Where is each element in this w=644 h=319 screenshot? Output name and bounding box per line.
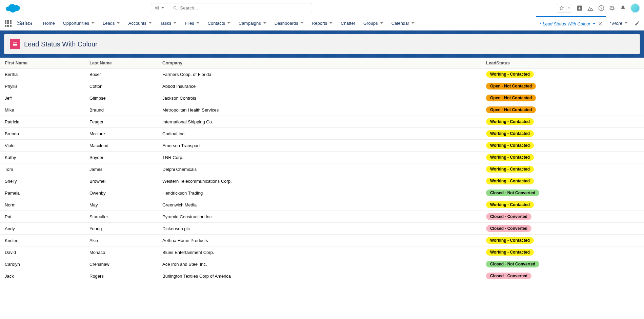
cell-first: Phyllis bbox=[0, 80, 85, 92]
chevron-down-icon[interactable] bbox=[300, 21, 304, 26]
svg-point-3 bbox=[10, 8, 16, 13]
table-row[interactable]: JeffGlimpseJackson ControlsOpen - Not Co… bbox=[0, 92, 644, 104]
nav-item-groups[interactable]: Groups bbox=[359, 16, 387, 30]
nav-item-tasks[interactable]: Tasks bbox=[156, 16, 181, 30]
chevron-down-icon[interactable] bbox=[380, 21, 383, 26]
nav-item-label: Campaigns bbox=[239, 21, 261, 26]
table-row[interactable]: PatStumullerPyramid Construction Inc.Clo… bbox=[0, 211, 644, 223]
nav-item-label: Groups bbox=[363, 21, 378, 26]
table-row[interactable]: PhyllisCottonAbbott InsuranceOpen - Not … bbox=[0, 80, 644, 92]
search-input[interactable] bbox=[180, 5, 309, 11]
status-badge: Working - Contacted bbox=[486, 166, 534, 173]
salesforce-logo[interactable] bbox=[4, 2, 22, 14]
table-row[interactable]: KristenAkinAethna Home ProductsWorking -… bbox=[0, 235, 644, 246]
cell-first: Mike bbox=[0, 104, 85, 116]
cell-status: Open - Not Contacted bbox=[481, 92, 644, 104]
cell-company: Farmers Coop. of Florida bbox=[158, 68, 481, 80]
cell-last: Feager bbox=[85, 116, 158, 128]
cell-first: Tom bbox=[0, 163, 85, 175]
cell-status: Working - Contacted bbox=[481, 152, 644, 163]
add-icon[interactable] bbox=[576, 5, 583, 12]
chevron-down-icon[interactable] bbox=[196, 21, 200, 26]
nav-item-campaigns[interactable]: Campaigns bbox=[235, 16, 270, 30]
table-row[interactable]: ShellyBrownellWestern Telecommunications… bbox=[0, 175, 644, 187]
chevron-down-icon[interactable] bbox=[592, 21, 596, 26]
nav-item-leads[interactable]: Leads bbox=[99, 16, 124, 30]
nav-item-label: Opportunities bbox=[63, 21, 89, 26]
nav-item-calendar[interactable]: Calendar bbox=[387, 16, 419, 30]
table-row[interactable]: BerthaBoxerFarmers Coop. of FloridaWorki… bbox=[0, 68, 644, 80]
cell-last: Brownell bbox=[85, 175, 158, 187]
cell-status: Working - Contacted bbox=[481, 140, 644, 152]
search-icon bbox=[173, 6, 177, 11]
cell-first: Shelly bbox=[0, 175, 85, 187]
search-scope-dropdown[interactable]: All bbox=[151, 3, 170, 13]
table-row[interactable]: JackRogersBurlington Textiles Corp of Am… bbox=[0, 270, 644, 282]
table-row[interactable]: CarolynCrenshawAce Iron and Steel Inc.Cl… bbox=[0, 258, 644, 270]
tab-label: * Lead Status With Colour bbox=[540, 21, 590, 26]
cell-company: Blues Entertainment Corp. bbox=[158, 246, 481, 258]
tab-more[interactable]: * More bbox=[606, 21, 631, 26]
cell-first: Andy bbox=[0, 223, 85, 235]
col-first-name[interactable]: First Name bbox=[0, 58, 85, 68]
chevron-down-icon[interactable] bbox=[329, 21, 333, 26]
table-row[interactable]: PamelaOwenbyHendrickson TradingClosed - … bbox=[0, 187, 644, 199]
cell-status: Open - Not Contacted bbox=[481, 104, 644, 116]
notifications-bell-icon[interactable] bbox=[620, 5, 626, 12]
cell-company: Dickenson plc bbox=[158, 223, 481, 235]
chevron-down-icon[interactable] bbox=[411, 21, 415, 26]
chevron-down-icon[interactable] bbox=[263, 21, 266, 26]
nav-item-files[interactable]: Files bbox=[181, 16, 203, 30]
nav-item-label: Accounts bbox=[128, 21, 146, 26]
chevron-down-icon bbox=[624, 21, 628, 26]
nav-item-contacts[interactable]: Contacts bbox=[204, 16, 235, 30]
cell-first: Pamela bbox=[0, 187, 85, 199]
cell-status: Working - Contacted bbox=[481, 128, 644, 140]
cell-status: Closed - Converted bbox=[481, 270, 644, 282]
status-badge: Closed - Converted bbox=[486, 273, 531, 279]
chevron-down-icon[interactable] bbox=[173, 21, 177, 26]
col-company[interactable]: Company bbox=[158, 58, 481, 68]
chevron-down-icon[interactable] bbox=[117, 21, 120, 26]
help-icon[interactable]: ? bbox=[598, 5, 605, 12]
nav-item-chatter[interactable]: Chatter bbox=[337, 16, 359, 30]
table-row[interactable]: BrendaMcclureCadinal Inc.Working - Conta… bbox=[0, 128, 644, 140]
chevron-down-icon[interactable] bbox=[227, 21, 230, 26]
nav-item-dashboards[interactable]: Dashboards bbox=[270, 16, 308, 30]
table-row[interactable]: VioletMaccleodEmerson TransportWorking -… bbox=[0, 140, 644, 152]
cell-company: Emerson Transport bbox=[158, 140, 481, 152]
col-last-name[interactable]: Last Name bbox=[85, 58, 158, 68]
cell-company: International Shipping Co. bbox=[158, 116, 481, 128]
nav-item-opportunities[interactable]: Opportunities bbox=[59, 16, 99, 30]
tab-lead-status-colour[interactable]: * Lead Status With Colour bbox=[536, 16, 606, 30]
table-row[interactable]: MikeBraundMetropolitan Health ServicesOp… bbox=[0, 104, 644, 116]
favorites-button[interactable] bbox=[557, 4, 572, 13]
nav-item-home[interactable]: Home bbox=[39, 16, 59, 30]
table-row[interactable]: DavidMonacoBlues Entertainment Corp.Work… bbox=[0, 246, 644, 258]
cell-status: Working - Contacted bbox=[481, 246, 644, 258]
table-row[interactable]: AndyYoungDickenson plcClosed - Converted bbox=[0, 223, 644, 235]
table-row[interactable]: KathySnyderTNR Corp.Working - Contacted bbox=[0, 152, 644, 163]
table-row[interactable]: TomJamesDelphi ChemicalsWorking - Contac… bbox=[0, 163, 644, 175]
status-badge: Closed - Not Converted bbox=[486, 261, 539, 267]
nav-item-accounts[interactable]: Accounts bbox=[124, 16, 156, 30]
app-launcher-icon[interactable] bbox=[4, 19, 12, 27]
close-icon[interactable] bbox=[598, 21, 603, 26]
cell-first: Pat bbox=[0, 211, 85, 223]
setup-gear-icon[interactable] bbox=[609, 5, 616, 12]
trailhead-icon[interactable] bbox=[587, 5, 594, 12]
chevron-down-icon[interactable] bbox=[148, 21, 152, 26]
cell-last: Braund bbox=[85, 104, 158, 116]
nav-item-reports[interactable]: Reports bbox=[308, 16, 337, 30]
status-badge: Closed - Converted bbox=[486, 225, 531, 232]
nav-item-label: Leads bbox=[103, 21, 115, 26]
user-avatar[interactable] bbox=[630, 3, 640, 13]
search-input-wrapper bbox=[170, 3, 312, 13]
chevron-down-icon[interactable] bbox=[91, 21, 95, 26]
status-badge: Closed - Converted bbox=[486, 213, 531, 220]
cell-first: Norm bbox=[0, 199, 85, 211]
edit-pencil-icon[interactable] bbox=[635, 21, 640, 26]
table-row[interactable]: NormMayGreenwich MediaWorking - Contacte… bbox=[0, 199, 644, 211]
col-lead-status[interactable]: LeadStatus bbox=[481, 58, 644, 68]
table-row[interactable]: PatriciaFeagerInternational Shipping Co.… bbox=[0, 116, 644, 128]
